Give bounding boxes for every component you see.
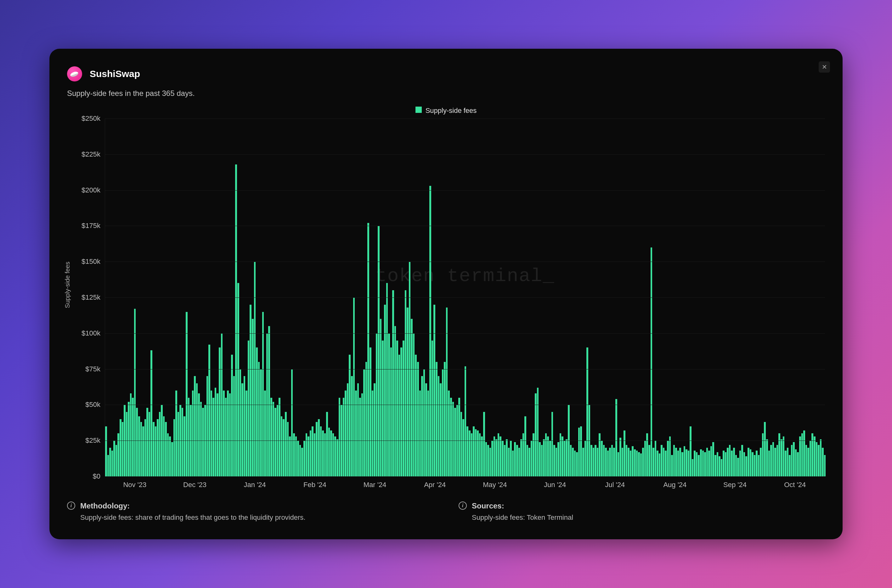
bar (535, 393, 537, 476)
bar (211, 390, 212, 476)
xtick: Sep '24 (705, 481, 765, 489)
bar (304, 441, 305, 476)
bar (764, 422, 766, 476)
bar (454, 408, 456, 476)
bar (471, 433, 473, 476)
bar (524, 416, 526, 476)
bar (651, 248, 653, 476)
bar (489, 448, 491, 476)
bar (725, 452, 727, 476)
bar (772, 442, 774, 476)
bar (627, 448, 629, 476)
bar (731, 451, 733, 476)
bar (153, 422, 155, 476)
bar (566, 439, 567, 476)
ytick: $75k (85, 365, 101, 373)
bar (423, 369, 425, 476)
ytick: $0 (93, 472, 101, 480)
bar (615, 399, 617, 476)
bar (367, 223, 369, 476)
bar (642, 448, 644, 476)
bar (526, 445, 528, 476)
bar (822, 448, 824, 476)
bar (415, 355, 417, 476)
bar (502, 441, 504, 476)
bar (506, 439, 508, 476)
bar (427, 390, 429, 476)
bar (677, 451, 679, 476)
bar (208, 345, 210, 476)
grid-line (105, 118, 825, 119)
bar (386, 283, 388, 476)
bar (587, 348, 588, 476)
bar (663, 448, 665, 476)
bar (318, 419, 320, 476)
bar (370, 348, 372, 476)
bar (289, 436, 291, 476)
bar (545, 433, 547, 476)
bar (353, 297, 355, 476)
bar (465, 366, 466, 477)
bar (460, 412, 462, 476)
bar (735, 455, 737, 476)
bar (522, 433, 524, 476)
bar (560, 433, 561, 476)
bar (712, 442, 714, 476)
bar (140, 422, 142, 476)
bar (768, 451, 770, 476)
ytick: $175k (81, 222, 101, 230)
bar (745, 456, 747, 476)
bar (192, 390, 194, 476)
bar (343, 398, 344, 476)
bar (574, 451, 576, 476)
bar (281, 416, 283, 476)
bar (326, 412, 328, 476)
header: SushiSwap (67, 66, 825, 81)
ytick: $250k (81, 114, 101, 123)
bar (382, 340, 384, 476)
bar (555, 448, 557, 476)
bar (159, 412, 161, 476)
bar (219, 348, 221, 476)
bar (184, 416, 185, 476)
xtick: Jul '24 (585, 481, 645, 489)
bar (528, 448, 530, 476)
bar (334, 436, 336, 476)
grid-line (105, 190, 825, 190)
yaxis: $250k$225k$200k$175k$150k$125k$100k$75k$… (67, 118, 105, 476)
bar (320, 426, 322, 476)
bar (807, 448, 809, 476)
close-button[interactable]: ✕ (819, 62, 830, 73)
bar (182, 408, 184, 476)
bar (270, 398, 272, 476)
bar (169, 436, 171, 476)
bar (392, 290, 394, 476)
bar (433, 305, 435, 476)
bar (109, 448, 111, 476)
bar (442, 369, 444, 476)
bar (421, 376, 423, 476)
bar (603, 445, 605, 476)
bar (710, 446, 712, 476)
bar (155, 426, 157, 476)
bar (332, 433, 334, 476)
bar (495, 439, 497, 476)
close-icon: ✕ (822, 63, 827, 71)
bar (107, 455, 109, 476)
legend-swatch (415, 106, 422, 113)
methodology-body: Supply-side fees: share of trading fees … (80, 513, 305, 522)
bar (297, 441, 299, 476)
bar (531, 441, 532, 476)
bar (262, 312, 264, 476)
bar (607, 451, 609, 476)
bar (776, 445, 778, 476)
bar (781, 439, 782, 476)
bar (458, 398, 460, 476)
bar (809, 441, 811, 476)
bar (715, 455, 716, 476)
xtick: Apr '24 (405, 481, 465, 489)
chart-card: ✕ SushiSwap Supply-side fees in the past… (50, 49, 842, 539)
bar (727, 448, 729, 476)
bar (407, 308, 409, 476)
bar (636, 451, 638, 476)
